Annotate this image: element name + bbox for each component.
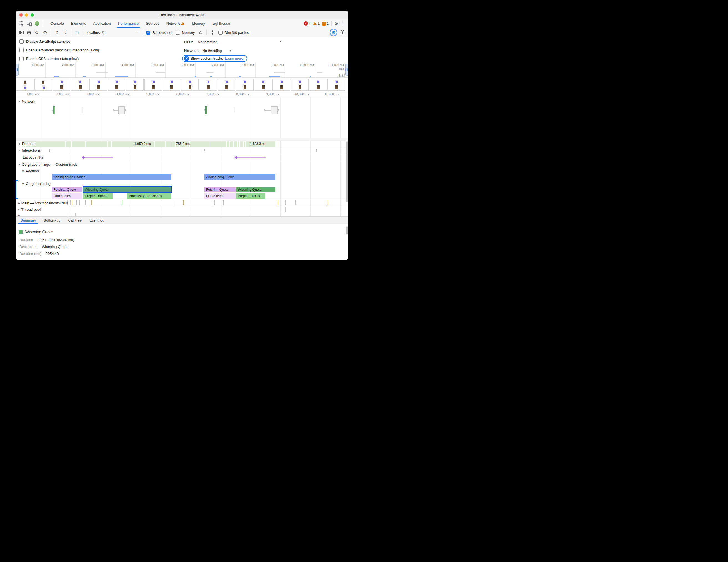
record-button[interactable]: [27, 31, 31, 34]
custom-track-event[interactable]: Fetchi… Quote: [204, 187, 236, 192]
network-track-header[interactable]: ▼ Network: [18, 99, 35, 104]
screenshot-thumbnail[interactable]: [199, 79, 217, 90]
chevron-down-icon: ▼: [137, 31, 139, 34]
screenshots-checkbox[interactable]: Screenshots: [146, 31, 172, 35]
custom-track-event[interactable]: Adding corgi: Louis: [204, 174, 275, 180]
memory-checkbox[interactable]: Memory: [176, 31, 195, 35]
tab-lighthouse[interactable]: Lighthouse: [209, 19, 234, 28]
collect-garbage-icon[interactable]: [198, 31, 203, 35]
screenshot-thumbnail[interactable]: [34, 79, 52, 90]
home-icon[interactable]: ⌂: [75, 30, 80, 35]
help-icon[interactable]: ?: [340, 30, 345, 35]
setting-checkbox-row[interactable]: Enable advanced paint instrumentation (s…: [19, 48, 99, 52]
clipped-track-header[interactable]: ▶: [18, 214, 20, 216]
screenshot-thumbnail[interactable]: [108, 79, 125, 90]
screenshot-thumbnail[interactable]: [163, 79, 180, 90]
custom-track-event[interactable]: Quote fetch: [204, 193, 236, 199]
screenshot-thumbnail[interactable]: [144, 79, 162, 90]
tab-sources[interactable]: Sources: [142, 19, 163, 28]
download-profile-button[interactable]: ↧: [63, 30, 68, 35]
screenshot-thumbnail[interactable]: [272, 79, 290, 90]
screenshot-thumbnail[interactable]: [16, 79, 34, 90]
toggle-sidebar-icon[interactable]: [19, 31, 24, 34]
learn-more-link[interactable]: Learn more: [225, 56, 243, 60]
screenshot-thumbnail[interactable]: [126, 79, 144, 90]
network-throttling-select[interactable]: Network: No throttling ▼: [184, 49, 231, 53]
overview-left-handle[interactable]: ▍▍: [16, 64, 19, 76]
details-tab-bottom-up[interactable]: Bottom-up: [40, 216, 64, 224]
tab-performance[interactable]: Performance: [115, 19, 142, 28]
collapse-rows-icon[interactable]: [210, 30, 215, 35]
details-tab-event-log[interactable]: Event log: [85, 216, 108, 224]
network-request[interactable]: [82, 107, 83, 114]
details-tab-summary[interactable]: Summary: [17, 216, 40, 224]
overview-right-handle[interactable]: ▍▍: [345, 64, 348, 76]
gridline: [340, 97, 341, 138]
details-tab-call-tree[interactable]: Call tree: [64, 216, 85, 224]
screenshot-thumbnail[interactable]: [71, 79, 89, 90]
tab-memory[interactable]: Memory: [188, 19, 209, 28]
issues-badge[interactable]: !1: [322, 22, 329, 26]
inspect-element-icon[interactable]: [19, 21, 24, 26]
screenshot-thumbnail[interactable]: [254, 79, 272, 90]
console-errors-badge[interactable]: ✕4: [304, 21, 311, 26]
addition-group-header[interactable]: ▼Addition: [22, 169, 39, 173]
tab-application[interactable]: Application: [90, 19, 115, 28]
custom-track-event[interactable]: Quote fetch: [52, 193, 82, 199]
screenshot-thumbnail[interactable]: [327, 79, 345, 90]
layout-shifts-track-header[interactable]: Layout shifts: [23, 155, 43, 159]
summary-scrollbar[interactable]: [346, 226, 348, 234]
setting-checkbox-row[interactable]: Enable CSS selector stats (slow): [19, 57, 79, 61]
setting-checkbox-row[interactable]: Disable JavaScript samples: [19, 39, 70, 44]
more-options-icon[interactable]: ⋮: [341, 21, 345, 26]
custom-track-event[interactable]: Processing…r Charles: [127, 193, 171, 199]
network-request[interactable]: [52, 106, 55, 114]
console-warnings-badge[interactable]: 1: [313, 22, 320, 26]
gridline: [161, 97, 161, 138]
frames-track-header[interactable]: ▶Frames: [18, 142, 35, 146]
custom-tracks-checkbox[interactable]: [184, 56, 189, 60]
panel-resize-handle[interactable]: •••: [16, 138, 348, 141]
screenshot-thumbnail[interactable]: [89, 79, 107, 90]
network-request[interactable]: [204, 106, 207, 114]
screenshot-thumbnail[interactable]: [309, 79, 327, 90]
interactions-track-header[interactable]: ▼Interactions: [18, 148, 41, 152]
network-request[interactable]: [234, 107, 235, 113]
screenshot-thumbnail[interactable]: [236, 79, 254, 90]
main-thread-event-mark: [76, 200, 77, 205]
node-icon[interactable]: [35, 21, 39, 26]
screenshot-thumbnail[interactable]: [181, 79, 199, 90]
upload-profile-button[interactable]: ↥: [54, 30, 59, 35]
custom-track-event[interactable]: Adding corgi: Charles: [52, 174, 171, 180]
timeline-overview[interactable]: 1,000 ms2,000 ms3,000 ms4,000 ms5,000 ms…: [16, 62, 348, 78]
thread-pool-track-header[interactable]: ▶Thread pool: [18, 207, 41, 211]
corgi-track-header[interactable]: ▼Corgi app timings — Custom track: [18, 162, 77, 167]
settings-gear-icon[interactable]: ⚙: [334, 21, 338, 26]
capture-settings-gear-button[interactable]: ⚙: [330, 29, 337, 36]
custom-track-event[interactable]: Wisening Quote: [236, 187, 275, 192]
tab-elements[interactable]: Elements: [67, 19, 90, 28]
cpu-activity-shape: [206, 72, 214, 73]
custom-track-event[interactable]: Prepar…harles: [83, 193, 113, 199]
corgi-rendering-group-header[interactable]: ▼Corgi rendering: [22, 181, 51, 186]
screenshot-thumbnail[interactable]: [53, 79, 70, 90]
main-thread-track-header[interactable]: ▶Main — http://localhost:4200/: [18, 201, 68, 205]
vertical-scrollbar[interactable]: [346, 141, 348, 202]
tab-network[interactable]: Network: [163, 19, 189, 28]
main-thread-event-mark: [91, 200, 92, 205]
tab-label: Memory: [192, 21, 205, 26]
clear-recording-button[interactable]: ⊘: [42, 30, 47, 35]
cpu-throttling-select[interactable]: CPU: No throttling ▼: [184, 40, 282, 44]
device-toolbar-icon[interactable]: [27, 21, 32, 26]
dim-3rd-parties-checkbox[interactable]: Dim 3rd parties: [218, 31, 249, 35]
custom-track-event[interactable]: Prepar… Louis: [236, 193, 265, 199]
reload-and-record-button[interactable]: ↻: [34, 30, 39, 35]
tab-console[interactable]: Console: [47, 19, 67, 28]
network-request[interactable]: [113, 106, 126, 114]
custom-track-event[interactable]: Fetchi… Quote: [52, 187, 82, 192]
screenshot-thumbnail[interactable]: [291, 79, 309, 90]
network-request[interactable]: [264, 106, 279, 114]
target-selector[interactable]: localhost #1 ▼: [87, 31, 139, 35]
screenshot-thumbnail[interactable]: [218, 79, 235, 90]
custom-track-event[interactable]: Wisening Quote: [83, 187, 171, 192]
